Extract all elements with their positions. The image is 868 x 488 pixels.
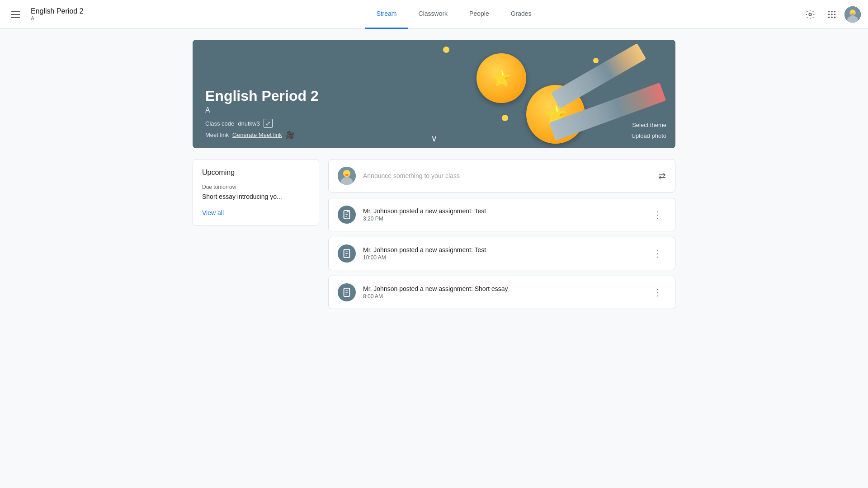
post-content-1: Mr. Johnson posted a new assignment: Tes… [363, 246, 642, 261]
svg-point-6 [834, 14, 836, 15]
view-all-button[interactable]: View all [202, 209, 224, 216]
post-content-2: Mr. Johnson posted a new assignment: Sho… [363, 285, 642, 300]
post-card-2: Mr. Johnson posted a new assignment: Sho… [328, 276, 675, 309]
upcoming-card: Upcoming Due tomorrow Short essay introd… [193, 159, 319, 226]
post-title-1[interactable]: Mr. Johnson posted a new assignment: Tes… [363, 246, 642, 253]
upcoming-title: Upcoming [202, 169, 310, 177]
due-item[interactable]: Short essay introducing yo... [202, 193, 310, 200]
post-menu-2[interactable]: ⋮ [650, 285, 666, 300]
post-title-2[interactable]: Mr. Johnson posted a new assignment: Sho… [363, 285, 642, 292]
banner-code-label: Class code [205, 120, 234, 127]
svg-point-5 [831, 14, 833, 15]
sidebar: Upcoming Due tomorrow Short essay introd… [193, 159, 319, 309]
banner-meet-link[interactable]: Generate Meet link [232, 131, 282, 138]
assignment-icon-2 [338, 283, 356, 301]
banner-code-value: dnutkw3 [238, 120, 259, 127]
banner-dot-1 [443, 47, 449, 53]
tab-grades[interactable]: Grades [500, 0, 542, 29]
stream-area: Announce something to your class ⇄ Mr. J… [328, 159, 675, 309]
svg-point-2 [831, 10, 833, 12]
user-avatar[interactable] [844, 6, 861, 23]
nav-class-subtitle: A [31, 15, 84, 22]
post-content-0: Mr. Johnson posted a new assignment: Tes… [363, 207, 642, 222]
svg-point-0 [809, 13, 811, 16]
nav-right [801, 5, 861, 23]
assignment-icon-1 [338, 244, 356, 263]
nav-class-title: English Period 2 [31, 7, 84, 15]
banner-class-title: English Period 2 [205, 87, 663, 104]
banner-code-row: Class code dnutkw3 ⤢ [205, 119, 663, 128]
post-card-1: Mr. Johnson posted a new assignment: Tes… [328, 237, 675, 270]
post-menu-1[interactable]: ⋮ [650, 246, 666, 261]
due-label: Due tomorrow [202, 184, 310, 190]
tab-people[interactable]: People [458, 0, 500, 29]
select-theme-button[interactable]: Select theme [632, 120, 666, 130]
banner-content: English Period 2 A Class code dnutkw3 ⤢ … [205, 87, 663, 139]
upload-photo-button[interactable]: Upload photo [632, 131, 666, 141]
apps-button[interactable] [823, 5, 841, 23]
tab-stream[interactable]: Stream [365, 0, 407, 29]
banner-meet-label: Meet link [205, 131, 229, 138]
nav-tabs: Stream Classwork People Grades [107, 0, 801, 29]
nav-left: English Period 2 A [7, 7, 107, 22]
class-banner: ⭐ ⭐ English Period 2 A Class code dnutkw… [193, 40, 675, 148]
svg-point-8 [831, 16, 833, 18]
banner-actions: Select theme Upload photo [632, 120, 666, 141]
assignment-icon-0 [338, 206, 356, 224]
hamburger-button[interactable] [7, 7, 24, 22]
post-time-1: 10:00 AM [363, 254, 642, 261]
nav-title-block: English Period 2 A [31, 7, 84, 22]
banner-dot-2 [593, 58, 599, 63]
main-content: ⭐ ⭐ English Period 2 A Class code dnutkw… [185, 29, 683, 320]
tab-classwork[interactable]: Classwork [408, 0, 459, 29]
post-time-2: 8:00 AM [363, 293, 642, 300]
announce-avatar [338, 167, 356, 185]
post-time-0: 3:20 PM [363, 216, 642, 222]
avatar-image [844, 6, 861, 23]
post-menu-0[interactable]: ⋮ [650, 207, 666, 222]
svg-point-3 [834, 10, 836, 12]
repost-icon[interactable]: ⇄ [658, 170, 666, 181]
expand-code-icon[interactable]: ⤢ [264, 119, 273, 128]
settings-button[interactable] [801, 5, 819, 23]
svg-point-7 [828, 16, 830, 18]
svg-point-9 [834, 16, 836, 18]
svg-point-15 [343, 170, 350, 177]
announce-card: Announce something to your class ⇄ [328, 159, 675, 192]
post-card-0: Mr. Johnson posted a new assignment: Tes… [328, 198, 675, 231]
grid-icon [827, 9, 837, 19]
body-layout: Upcoming Due tomorrow Short essay introd… [193, 159, 675, 309]
gear-icon [805, 9, 815, 19]
banner-class-section: A [205, 106, 663, 114]
video-camera-icon[interactable]: 🎥 [286, 131, 295, 139]
banner-collapse-button[interactable]: ∨ [431, 133, 438, 144]
svg-point-1 [828, 10, 830, 12]
announce-input[interactable]: Announce something to your class [363, 172, 651, 179]
post-title-0[interactable]: Mr. Johnson posted a new assignment: Tes… [363, 207, 642, 215]
svg-point-4 [828, 14, 830, 15]
top-nav: English Period 2 A Stream Classwork Peop… [0, 0, 868, 29]
